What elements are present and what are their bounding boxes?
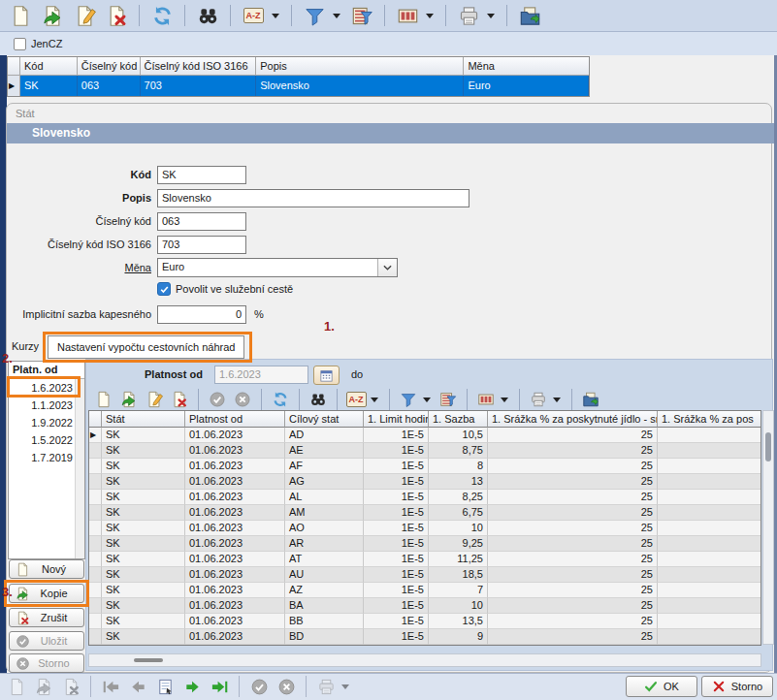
vscroll-thumb[interactable] [765,432,771,461]
search-button[interactable] [193,2,222,29]
date-item-selected[interactable]: 1.6.2023 [9,379,84,397]
columns-dropdown-arrow[interactable] [426,14,434,18]
print-dropdown-arrow[interactable] [553,398,561,402]
delete-button[interactable] [168,389,191,410]
hscroll-thumb[interactable] [134,658,163,662]
col-limit-hodin[interactable]: 1. Limit hodin [364,411,429,428]
iso-field[interactable]: 703 [157,236,246,254]
col-popis[interactable]: Popis [256,57,464,76]
filter-button[interactable] [397,389,420,410]
columns-dropdown-arrow[interactable] [501,398,508,402]
next-button[interactable] [179,675,205,698]
col-kod[interactable]: Kód [20,57,78,76]
rates-grid-row[interactable]: SK01.06.2023AE1E-58,7525 [89,443,761,459]
kod-field[interactable]: SK [157,166,246,184]
col-ciselny-kod[interactable]: Číselný kód [78,57,141,76]
dates-scrollbar[interactable] [75,379,84,558]
copy-button[interactable] [31,675,56,698]
platnost-od-field[interactable]: 1.6.2023 [214,366,308,384]
refresh-button[interactable] [147,2,177,29]
sort-az-dropdown-arrow[interactable] [272,14,279,18]
new-button[interactable] [4,675,29,698]
edit-button[interactable] [70,2,99,29]
country-row-selected[interactable]: ▶ SK 063 703 Slovensko Euro [8,76,589,96]
filter-dropdown-arrow[interactable] [333,14,340,18]
delete-button[interactable] [58,675,83,698]
previous-button[interactable] [125,675,150,698]
rates-grid-row[interactable]: SK01.06.2023AO1E-51025 [89,521,761,536]
popis-field[interactable]: Slovensko [157,189,469,207]
print-dropdown-arrow[interactable] [341,684,349,689]
rates-grid-row[interactable]: SK01.06.2023AU1E-518,525 [89,567,761,583]
rates-grid-row[interactable]: SK01.06.2023AG1E-51325 [89,474,761,490]
kopie-button[interactable]: Kopie [9,584,84,603]
rates-grid-vscrollbar[interactable] [762,410,774,645]
col-platnost-od[interactable]: Platnost od [185,411,285,428]
rates-grid-row[interactable]: SK01.06.2023BD1E-5925 [89,629,761,645]
export-button[interactable] [579,389,602,410]
cancel-button[interactable] [231,389,254,410]
filter-chart-button[interactable] [437,389,460,410]
apply-button[interactable] [246,675,272,698]
mena-combobox[interactable]: Euro [157,258,398,277]
edit-button[interactable] [143,389,166,410]
cancel-button[interactable] [274,675,299,698]
rates-grid-row[interactable]: SK01.06.2023AR1E-59,2525 [89,536,761,552]
new-button[interactable] [92,389,115,410]
filter-button[interactable] [300,2,329,29]
col-cilovy-stat[interactable]: Cílový stat [285,411,364,428]
copy-button[interactable] [117,389,141,410]
last-button[interactable] [207,675,232,698]
ok-button[interactable]: OK [626,676,697,697]
dates-column-header[interactable]: Platn. od [9,362,84,379]
rates-grid-row[interactable]: SK01.06.2023AF1E-5825 [89,459,761,474]
delete-button[interactable] [102,2,131,29]
print-button[interactable] [454,2,483,29]
rates-grid-row[interactable]: SK01.06.2023AT1E-511,2525 [89,552,761,567]
print-button[interactable] [313,675,339,698]
tab-nastaveni-nahrad[interactable]: Nastavení vypočtu cestovních náhrad [48,335,244,359]
new-button[interactable] [6,2,35,29]
sort-az-dropdown-arrow[interactable] [371,398,378,402]
mena-label[interactable]: Měna [17,262,151,273]
mena-dropdown-button[interactable] [377,259,397,276]
rates-grid-row[interactable]: SK01.06.2023BB1E-513,525 [89,614,761,629]
rates-grid-hscrollbar[interactable] [88,653,761,667]
sazba-field[interactable]: 0 [157,305,246,324]
date-item[interactable]: 1.7.2019 [9,449,84,466]
zrusit-button[interactable]: Zrušit [9,608,84,627]
col-iso[interactable]: Číselný kód ISO 3166 [141,57,257,76]
form-view-button[interactable] [152,675,178,698]
sort-az-button[interactable]: A-Z [239,2,268,29]
print-button[interactable] [527,389,550,410]
col-sazba[interactable]: 1. Sazba [429,411,488,428]
filter-grid-button[interactable] [347,2,376,29]
povolit-checkbox[interactable] [157,282,171,296]
rates-grid-row[interactable]: SK01.06.2023AM1E-56,7525 [89,505,761,521]
rates-grid-row[interactable]: SK01.06.2023BA1E-51025 [89,598,761,614]
date-item[interactable]: 1.9.2022 [9,414,84,431]
sort-az-button[interactable]: A-Z [344,389,368,410]
print-dropdown-arrow[interactable] [487,14,495,18]
export-button[interactable] [515,2,544,29]
search-button[interactable] [307,389,330,410]
filter-dropdown-arrow[interactable] [423,398,431,402]
calendar-button[interactable] [313,366,340,385]
columns-button[interactable] [393,2,422,29]
jencz-checkbox[interactable] [14,38,26,50]
rates-grid-row[interactable]: SK01.06.2023AL1E-58,2525 [89,490,761,505]
apply-button[interactable] [206,389,229,410]
col-srazka-2[interactable]: 1. Srážka % za pos [658,411,761,428]
novy-button[interactable]: Nový [9,559,84,579]
col-mena[interactable]: Měna [464,57,589,76]
date-item[interactable]: 1.1.2023 [9,397,84,414]
copy-button[interactable] [38,2,67,29]
rates-grid-row[interactable]: SK01.06.2023AZ1E-5725 [89,583,761,598]
columns-button[interactable] [474,389,498,410]
col-stat[interactable]: Stát [102,411,185,428]
storno-button[interactable]: Storno [701,676,773,697]
tab-kurzy[interactable]: Kurzy [12,340,39,352]
refresh-button[interactable] [269,389,292,410]
col-srazka-snidane[interactable]: 1. Srážka % za poskytnuté jídlo - snídan… [488,411,658,428]
rates-grid-row[interactable]: ▶SK01.06.2023AD1E-510,525 [89,428,761,443]
